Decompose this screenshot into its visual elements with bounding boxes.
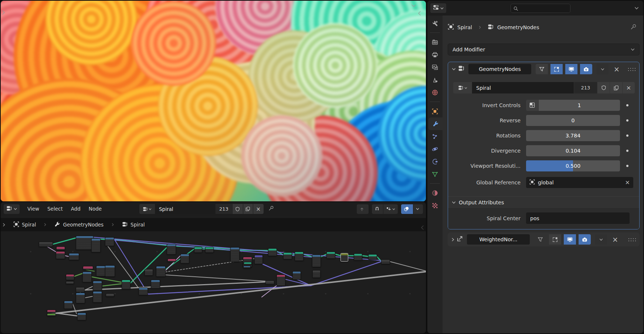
drag-handle[interactable] <box>628 238 637 242</box>
realtime-display-toggle[interactable] <box>565 64 577 74</box>
object-pointer-field[interactable]: global × <box>526 177 633 188</box>
search-input[interactable] <box>511 4 570 13</box>
edit-mode-display-toggle[interactable] <box>534 234 546 245</box>
unlink-x-button[interactable]: × <box>623 82 635 93</box>
decorator-dot[interactable] <box>620 104 635 106</box>
header-options-dropdown[interactable] <box>634 7 639 10</box>
graph-node[interactable] <box>268 248 277 256</box>
properties-tab-output[interactable] <box>427 48 443 61</box>
node-group-user-count[interactable]: 213 <box>216 204 232 214</box>
graph-node[interactable] <box>47 310 56 313</box>
graph-node[interactable] <box>106 293 114 297</box>
graph-node[interactable] <box>156 266 166 277</box>
graph-node[interactable] <box>96 266 106 276</box>
edit-mode-display-toggle[interactable] <box>536 64 548 74</box>
duplicate-data-icon[interactable] <box>610 82 622 93</box>
graph-node[interactable] <box>56 246 65 250</box>
modifier-extras-dropdown[interactable] <box>596 64 609 74</box>
graph-node[interactable] <box>76 287 85 292</box>
graph-node[interactable] <box>93 281 102 291</box>
graph-node[interactable] <box>295 252 304 261</box>
graph-node[interactable] <box>368 254 377 260</box>
graph-node[interactable] <box>93 291 102 303</box>
properties-tab-texture[interactable] <box>427 199 443 212</box>
render-display-toggle[interactable] <box>579 234 591 245</box>
graph-node[interactable] <box>230 247 240 262</box>
graph-node[interactable] <box>56 251 65 259</box>
input-attribute-toggle[interactable] <box>526 100 538 111</box>
remove-modifier-button[interactable]: × <box>612 66 621 73</box>
region-expand-right-icon[interactable] <box>418 10 421 17</box>
panel-collapse-icon[interactable] <box>452 68 456 71</box>
menu-view[interactable]: View <box>23 202 43 216</box>
subpanel-output-attributes[interactable]: Output Attributes <box>448 196 639 208</box>
chevron-right-icon[interactable] <box>2 223 6 227</box>
node-group-name-field[interactable]: Spiral <box>472 82 574 93</box>
properties-tab-render[interactable] <box>427 36 443 48</box>
breadcrumb-node-group[interactable]: Spiral <box>131 222 145 228</box>
graph-node[interactable] <box>194 247 202 253</box>
properties-tab-data[interactable] <box>427 168 443 180</box>
editor-type-dropdown[interactable] <box>4 204 20 214</box>
render-viewport[interactable] <box>1 1 426 201</box>
unlink-x-button[interactable]: × <box>253 204 264 214</box>
value-field[interactable]: 3.784 <box>526 130 620 141</box>
snap-magnet-icon[interactable] <box>372 204 383 214</box>
overlays-toggle[interactable] <box>401 204 413 214</box>
graph-node[interactable] <box>82 272 92 282</box>
graph-node[interactable] <box>312 255 321 267</box>
graph-node[interactable] <box>76 293 85 303</box>
modifier-extras-dropdown[interactable] <box>595 234 607 245</box>
graph-node[interactable] <box>139 287 148 295</box>
graph-node[interactable] <box>292 271 301 280</box>
graph-node[interactable] <box>254 255 263 264</box>
graph-node[interactable] <box>312 270 321 278</box>
graph-node[interactable] <box>151 280 160 289</box>
region-expand-left-icon[interactable] <box>1 10 5 17</box>
decorator-dot[interactable] <box>620 150 635 152</box>
graph-node[interactable] <box>122 280 131 289</box>
properties-tab-material[interactable] <box>427 187 443 199</box>
graph-node[interactable] <box>326 252 335 259</box>
graph-node[interactable] <box>66 281 74 284</box>
graph-node[interactable] <box>265 280 274 284</box>
properties-tab-physics[interactable] <box>427 143 443 155</box>
graph-node[interactable] <box>205 247 214 253</box>
modifier-name-field[interactable]: GeometryNodes <box>468 64 531 74</box>
graph-node[interactable] <box>105 237 114 246</box>
attribute-name-field[interactable]: pos <box>526 212 630 224</box>
properties-tab-world[interactable] <box>427 86 443 99</box>
viewport-gizmo-collapse-icon[interactable] <box>411 2 416 9</box>
menu-add[interactable]: Add <box>67 202 85 216</box>
graph-node[interactable] <box>64 301 73 309</box>
go-to-parent-tree-button[interactable] <box>357 204 369 214</box>
graph-node[interactable] <box>105 265 115 277</box>
properties-tab-particles[interactable] <box>427 130 443 143</box>
clear-x-button[interactable]: × <box>625 179 630 186</box>
modifier-name-field[interactable]: WeightedNor... <box>467 234 530 245</box>
graph-node[interactable] <box>244 262 252 265</box>
graph-node[interactable] <box>243 266 251 268</box>
graph-node[interactable] <box>47 313 56 316</box>
graph-node[interactable] <box>283 252 292 259</box>
breadcrumb-object[interactable]: Spiral <box>22 222 36 228</box>
properties-tab-tool[interactable] <box>427 17 443 30</box>
properties-tab-constraints[interactable] <box>427 155 443 168</box>
graph-node[interactable] <box>167 259 176 262</box>
graph-node[interactable] <box>91 238 101 252</box>
properties-tab-view-layer[interactable] <box>427 61 443 74</box>
graph-node[interactable] <box>180 254 189 263</box>
graph-node[interactable] <box>381 259 390 264</box>
properties-tab-object[interactable] <box>427 105 443 117</box>
node-group-name-field[interactable]: Spiral <box>155 204 215 214</box>
render-display-toggle[interactable] <box>580 64 592 74</box>
breadcrumb-modifier[interactable]: GeometryNodes <box>63 222 104 228</box>
node-graph-canvas[interactable] <box>1 216 426 333</box>
graph-node[interactable] <box>77 313 86 320</box>
menu-node[interactable]: Node <box>85 202 106 216</box>
decorator-dot[interactable] <box>620 119 635 122</box>
on-cage-display-toggle[interactable] <box>549 234 561 245</box>
value-field[interactable]: 0 <box>526 115 620 126</box>
graph-node[interactable] <box>69 253 79 260</box>
decorator-dot[interactable] <box>620 134 635 137</box>
